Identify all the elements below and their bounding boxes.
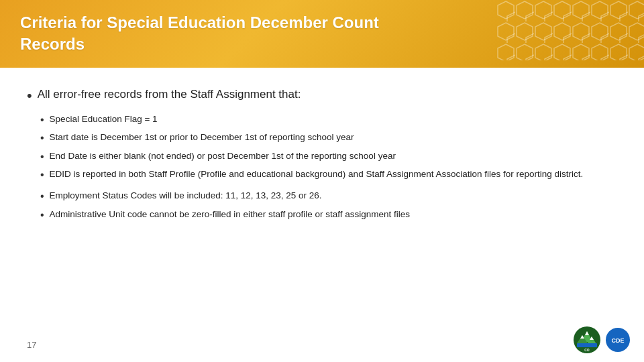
main-bullet-dot: • (27, 88, 32, 103)
cde-logo: CDE (605, 327, 631, 353)
sub-bullet-item-3: • End Date is either blank (not ended) o… (40, 149, 617, 164)
sub-bullet-dot-6: • (40, 208, 44, 223)
svg-text:CDE: CDE (611, 337, 624, 344)
sub-bullet-text-2: Start date is December 1st or prior to D… (50, 131, 617, 144)
sub-bullet-item-1: • Special Education Flag = 1 (40, 113, 617, 127)
sub-bullet-text-3: End Date is either blank (not ended) or … (50, 149, 617, 163)
sub-bullet-dot-5: • (40, 189, 44, 204)
slide: Criteria for Special Education December … (0, 0, 644, 362)
sub-bullet-dot-3: • (40, 149, 44, 164)
sub-bullet-dot-1: • (40, 113, 44, 127)
page-number: 17 (27, 340, 36, 350)
sub-bullet-item-5: • Employment Status Codes will be includ… (40, 189, 617, 204)
colorado-logo: CO (573, 326, 601, 354)
sub-bullet-text-5: Employment Status Codes will be included… (50, 189, 617, 202)
svg-text:CO: CO (584, 348, 590, 352)
sub-bullet-item-2: • Start date is December 1st or prior to… (40, 131, 617, 145)
sub-bullet-dot-2: • (40, 131, 44, 145)
logo-area: CO CDE (573, 326, 631, 354)
slide-content: • All error-free records from the Staff … (0, 68, 644, 243)
slide-title: Criteria for Special Education December … (20, 12, 379, 56)
sub-bullet-text-4: EDID is reported in both Staff Profile (… (50, 168, 617, 181)
sub-bullets-group1: • Special Education Flag = 1 • Start dat… (40, 113, 617, 183)
sub-bullet-item-4: • EDID is reported in both Staff Profile… (40, 168, 617, 182)
svg-rect-10 (577, 343, 597, 347)
sub-bullet-item-6: • Administrative Unit code cannot be zer… (40, 208, 617, 223)
main-bullet-item: • All error-free records from the Staff … (27, 88, 617, 103)
sub-bullet-text-6: Administrative Unit code cannot be zero-… (50, 208, 617, 221)
slide-header: Criteria for Special Education December … (0, 0, 644, 68)
sub-bullet-dot-4: • (40, 168, 44, 182)
sub-bullets-group2: • Employment Status Codes will be includ… (40, 189, 617, 223)
main-bullet-text: All error-free records from the Staff As… (38, 88, 301, 101)
sub-bullet-text-1: Special Education Flag = 1 (50, 113, 617, 126)
svg-rect-2 (496, 0, 644, 60)
header-decoration (496, 0, 644, 60)
